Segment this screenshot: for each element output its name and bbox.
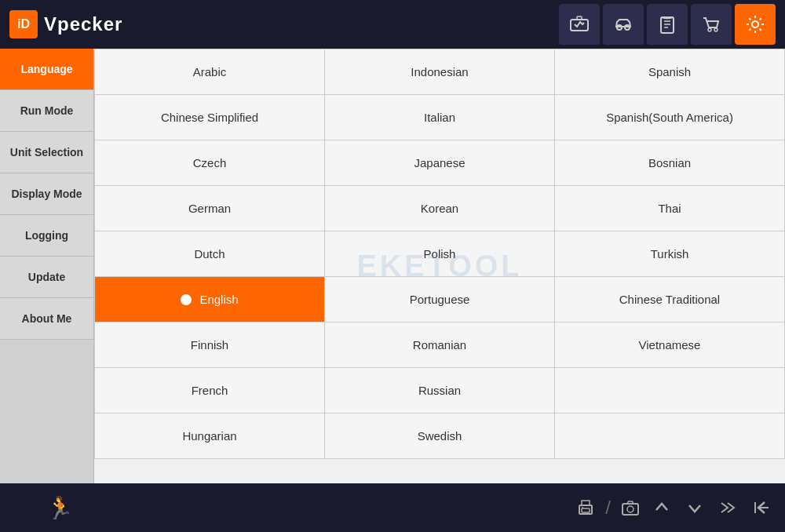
sidebar-item-unit-selection[interactable]: Unit Selection: [0, 132, 93, 173]
lang-cell-empty2[interactable]: [555, 414, 785, 459]
main-container: Language Run Mode Unit Selection Display…: [0, 49, 785, 483]
logo-icon: iD: [9, 10, 38, 38]
header: iD Vpecker: [0, 0, 785, 49]
svg-point-6: [714, 28, 717, 31]
back-button[interactable]: [749, 496, 772, 519]
lang-cell-arabic[interactable]: Arabic: [95, 49, 325, 95]
sidebar-item-language[interactable]: Language: [0, 49, 93, 90]
lang-cell-chinese-traditional[interactable]: Chinese Traditional: [555, 277, 785, 322]
lang-cell-turkish[interactable]: Turkish: [555, 231, 785, 277]
logo-letter: iD: [17, 17, 30, 31]
header-icon-group: [559, 4, 776, 45]
svg-point-7: [752, 21, 758, 27]
footer-left: 🏃: [13, 495, 107, 521]
app-title: Vpecker: [44, 13, 122, 35]
lang-cell-finnish[interactable]: Finnish: [95, 322, 325, 368]
lang-cell-indonesian[interactable]: Indonesian: [325, 49, 555, 95]
lang-label: English: [199, 293, 238, 306]
footer-right: /: [107, 496, 772, 519]
lang-cell-polish[interactable]: Polish: [325, 231, 555, 277]
sidebar-item-display-mode[interactable]: Display Mode: [0, 173, 93, 215]
lang-cell-romanian[interactable]: Romanian: [325, 322, 555, 368]
svg-rect-11: [623, 504, 638, 515]
svg-point-12: [627, 506, 633, 512]
camera-button[interactable]: [620, 497, 641, 518]
sidebar-item-update[interactable]: Update: [0, 257, 93, 298]
diagnostics-button[interactable]: [559, 4, 600, 45]
down-button[interactable]: [683, 496, 706, 519]
separator-1: /: [605, 497, 611, 519]
lang-cell-french[interactable]: French: [95, 368, 325, 414]
radio-dot: [181, 294, 192, 305]
sidebar-item-run-mode[interactable]: Run Mode: [0, 90, 93, 132]
footer: 🏃 /: [0, 483, 785, 532]
lang-cell-portuguese[interactable]: Portuguese: [325, 277, 555, 322]
svg-rect-4: [661, 17, 674, 33]
lang-cell-italian[interactable]: Italian: [325, 95, 555, 140]
book-button[interactable]: [647, 4, 688, 45]
lang-cell-korean[interactable]: Korean: [325, 186, 555, 231]
lang-cell-hungarian[interactable]: Hungarian: [95, 414, 325, 459]
lang-cell-empty1[interactable]: [555, 368, 785, 414]
car-button[interactable]: [603, 4, 644, 45]
content-area: EKETOOL ArabicIndonesianSpanishChinese S…: [94, 49, 785, 483]
print-button[interactable]: [575, 497, 596, 518]
lang-cell-thai[interactable]: Thai: [555, 186, 785, 231]
sidebar: Language Run Mode Unit Selection Display…: [0, 49, 94, 483]
lang-cell-russian[interactable]: Russian: [325, 368, 555, 414]
lang-cell-chinese-simplified[interactable]: Chinese Simplified: [95, 95, 325, 140]
lang-cell-dutch[interactable]: Dutch: [95, 231, 325, 277]
lang-cell-spanish-south-america[interactable]: Spanish(South America): [555, 95, 785, 140]
lang-cell-czech[interactable]: Czech: [95, 140, 325, 186]
lang-cell-swedish[interactable]: Swedish: [325, 414, 555, 459]
settings-button[interactable]: [735, 4, 776, 45]
forward-button[interactable]: [716, 496, 739, 519]
sidebar-item-about-me[interactable]: About Me: [0, 298, 93, 340]
language-table: ArabicIndonesianSpanishChinese Simplifie…: [94, 49, 785, 459]
svg-rect-9: [582, 508, 590, 512]
sidebar-item-logging[interactable]: Logging: [0, 215, 93, 257]
lang-cell-bosnian[interactable]: Bosnian: [555, 140, 785, 186]
run-icon: 🏃: [46, 495, 74, 521]
lang-cell-english[interactable]: English: [95, 277, 325, 322]
up-button[interactable]: [650, 496, 674, 519]
cart-button[interactable]: [691, 4, 732, 45]
svg-point-10: [582, 507, 583, 508]
lang-cell-japanese[interactable]: Japanese: [325, 140, 555, 186]
lang-cell-german[interactable]: German: [95, 186, 325, 231]
lang-cell-vietnamese[interactable]: Vietnamese: [555, 322, 785, 368]
svg-rect-0: [571, 20, 588, 31]
lang-cell-spanish[interactable]: Spanish: [555, 49, 785, 95]
logo-area: iD Vpecker: [9, 10, 559, 38]
svg-rect-1: [577, 16, 582, 20]
svg-point-5: [708, 28, 711, 31]
